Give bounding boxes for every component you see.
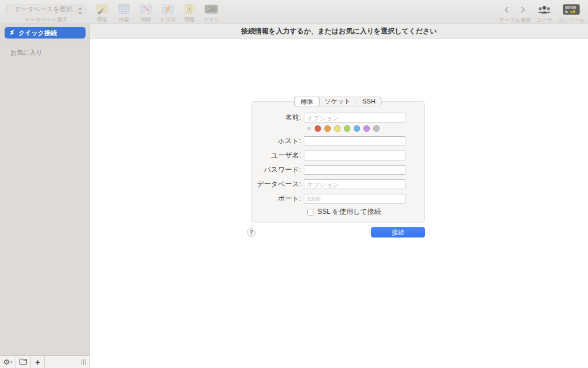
svg-text:i: i (189, 6, 191, 12)
name-label: 名前: (252, 113, 301, 122)
users-icon (536, 3, 552, 16)
plus-icon: + (35, 358, 40, 367)
host-label: ホスト: (252, 136, 301, 146)
favorite-color-picker: × (252, 125, 424, 132)
connect-button[interactable]: 接続 (371, 227, 425, 237)
toolbar-right-group: テーブル履歴 ユーザ conso le (494, 0, 585, 24)
sidebar-resize-handle[interactable] (82, 359, 87, 365)
toolbar-button-label: 情報 (184, 16, 195, 24)
database-label: データベース: (252, 179, 301, 189)
help-button[interactable]: ? (247, 228, 256, 237)
password-field[interactable] (304, 165, 405, 175)
main-toolbar: データベースを選択... データベース選択 (0, 0, 588, 24)
color-swatch-orange[interactable] (324, 125, 331, 132)
toolbar-button-label: 内容 (119, 16, 129, 24)
stepper-arrows-icon (78, 7, 83, 16)
color-swatch-purple[interactable] (363, 125, 370, 132)
folder-plus-icon (19, 357, 28, 367)
username-label: ユーザ名: (252, 151, 301, 160)
connection-type-tabs: 標準 ソケット SSH (294, 97, 382, 106)
ssl-label: SSL を使用して接続 (318, 207, 381, 217)
color-swatch-gray[interactable] (373, 125, 380, 132)
toolbar-button-info[interactable]: i 情報 (179, 3, 200, 24)
database-select-group: データベースを選択... データベース選択 (6, 0, 86, 24)
table-history-label: テーブル履歴 (500, 17, 531, 24)
color-clear-button[interactable]: × (307, 125, 311, 132)
trigger-icon (161, 3, 175, 15)
tab-socket[interactable]: ソケット (319, 97, 356, 106)
sidebar-separator (0, 42, 90, 43)
tab-ssh[interactable]: SSH (357, 97, 381, 106)
password-label: パスワード: (252, 165, 301, 175)
table-history-group: テーブル履歴 (500, 3, 531, 24)
history-back-button[interactable] (503, 5, 511, 14)
ssl-checkbox[interactable] (307, 209, 314, 216)
structure-icon (95, 3, 109, 15)
connection-form: 標準 ソケット SSH 名前: × (251, 101, 425, 237)
toolbar-button-triggers[interactable]: トリガ (157, 3, 178, 24)
add-connection-button[interactable]: + (31, 356, 45, 368)
tab-standard[interactable]: 標準 (294, 97, 319, 106)
color-swatch-blue[interactable] (354, 125, 360, 132)
sidebar-bottom-bar: ⚙▾ + (0, 355, 90, 368)
quick-connect-bolt-icon (9, 29, 15, 37)
query-icon (204, 3, 219, 15)
history-forward-button[interactable] (519, 5, 527, 14)
connection-content: 標準 ソケット SSH 名前: × (90, 39, 588, 368)
svg-text:off: off (570, 10, 575, 14)
username-field[interactable] (304, 151, 405, 160)
chevron-down-icon: ▾ (10, 360, 13, 365)
add-folder-button[interactable] (16, 356, 31, 368)
toolbar-button-relations[interactable]: 関係 (136, 3, 156, 24)
color-swatch-green[interactable] (344, 125, 350, 132)
toolbar-button-label: クエリ (203, 16, 219, 24)
database-select-caption: データベース選択 (25, 16, 67, 24)
name-field[interactable] (304, 113, 405, 122)
relations-icon (139, 3, 153, 15)
users-group[interactable]: ユーザ (536, 3, 552, 24)
color-swatch-yellow[interactable] (334, 125, 341, 132)
console-group[interactable]: conso le off コンソール (558, 3, 585, 24)
toolbar-button-label: 構造 (97, 16, 107, 24)
sequel-pro-window: データベースを選択... データベース選択 (0, 0, 588, 368)
database-select-dropdown[interactable]: データベースを選択... (6, 5, 86, 14)
sidebar-item-quick-connect[interactable]: クイック接続 (5, 27, 86, 39)
console-label: コンソール (558, 17, 585, 24)
quick-connect-label: クイック接続 (18, 29, 57, 37)
main-area: 接続情報を入力するか、またはお気に入りを選択してください 標準 ソケット SSH… (90, 24, 588, 368)
svg-text:conso: conso (565, 5, 576, 9)
users-label: ユーザ (536, 17, 552, 24)
sidebar-group-favorites: お気に入り (10, 48, 90, 57)
content-icon (117, 3, 131, 15)
status-message-bar: 接続情報を入力するか、またはお気に入りを選択してください (90, 24, 588, 39)
connections-sidebar: クイック接続 お気に入り ⚙▾ + (0, 24, 90, 368)
host-field[interactable] (304, 136, 405, 146)
toolbar-buttons: 構造 内容 (92, 0, 223, 24)
toolbar-button-label: トリガ (160, 16, 176, 24)
svg-text:le: le (565, 10, 568, 14)
color-swatch-red[interactable] (315, 125, 321, 132)
port-label: ポート: (252, 194, 301, 204)
toolbar-button-content[interactable]: 内容 (114, 3, 134, 24)
gear-icon: ⚙ (3, 358, 10, 366)
toolbar-button-label: 関係 (141, 16, 151, 24)
ssl-row: SSL を使用して接続 (252, 207, 424, 217)
database-select-value: データベースを選択... (14, 5, 77, 14)
toolbar-button-query[interactable]: クエリ (201, 3, 222, 24)
database-field[interactable] (304, 179, 405, 189)
status-message: 接続情報を入力するか、またはお気に入りを選択してください (241, 26, 437, 36)
toolbar-button-structure[interactable]: 構造 (92, 3, 113, 24)
connection-panel: 標準 ソケット SSH 名前: × (251, 101, 425, 223)
port-field[interactable] (304, 194, 405, 204)
actions-gear-button[interactable]: ⚙▾ (0, 356, 16, 368)
info-icon: i (183, 3, 196, 15)
console-icon: conso le off (563, 3, 580, 16)
